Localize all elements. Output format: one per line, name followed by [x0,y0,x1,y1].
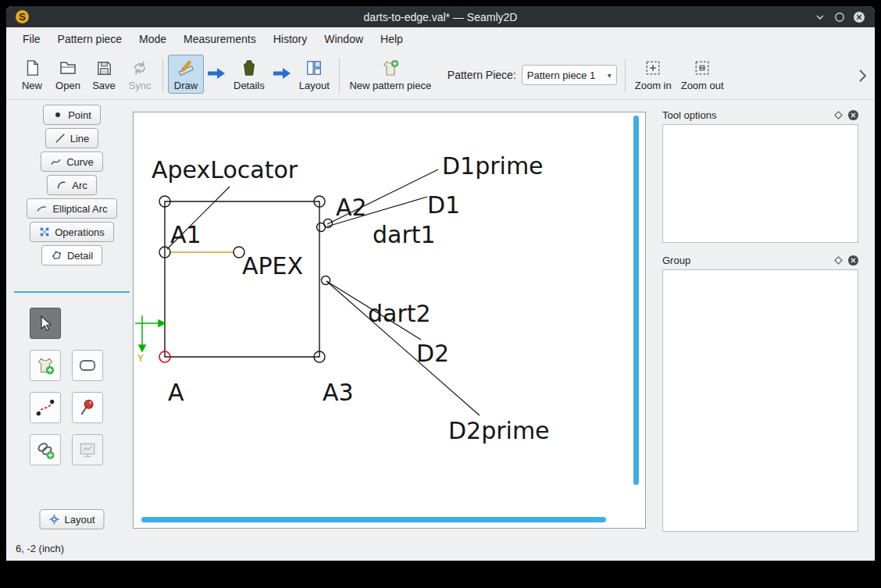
line-icon [55,133,66,144]
toolbar-overflow-button[interactable] [858,69,869,86]
main-toolbar: New Open Save Sync Draw Det [6,51,875,100]
toolbar-separator [162,59,163,93]
open-button[interactable]: Open [50,55,86,94]
close-panel-icon[interactable] [847,255,859,266]
open-folder-icon [59,59,77,77]
close-panel-icon[interactable] [847,109,859,121]
close-icon [853,11,865,23]
sidebar-tab-arc[interactable]: Arc [47,175,97,195]
workflow-arrow-icon [207,67,226,83]
axis-y-label: Y [137,353,144,364]
new-pattern-piece-icon [381,59,400,77]
group-header[interactable]: Group [656,251,865,269]
layout-grid-icon [305,59,323,77]
zoom-out-button[interactable]: Zoom out [676,55,729,94]
label-d1[interactable]: D1 [427,191,460,219]
layout-mode-button[interactable]: Layout [294,55,334,94]
menu-file[interactable]: File [14,30,49,48]
cursor-arrow-icon [36,314,55,333]
new-pattern-piece-button[interactable]: New pattern piece [344,55,437,94]
maximize-button[interactable] [833,11,846,23]
pin-tool[interactable] [72,392,103,423]
save-button[interactable]: Save [86,55,122,94]
export-pieces-tool [72,434,103,465]
menu-window[interactable]: Window [316,30,372,48]
pattern-drawing-svg[interactable]: Y ApexLocator D1prime A2 D1 dart1 A1 APE… [134,112,645,528]
new-document-icon [23,59,41,77]
menu-pattern-piece[interactable]: Pattern piece [49,30,131,48]
label-dart1[interactable]: dart1 [373,221,436,248]
insert-nodes-tool[interactable] [30,392,61,423]
window-controls [814,11,865,23]
menu-help[interactable]: Help [372,30,412,48]
tool-sidebar: Point Line Curve Arc Elliptical Arc Oper… [11,102,133,533]
maximize-circle-icon [834,12,845,23]
select-cursor-tool[interactable] [30,308,61,339]
sidebar-tab-detail[interactable]: Detail [41,245,102,265]
sidebar-tab-operations[interactable]: Operations [30,222,114,242]
tool-options-panel: Tool options [656,105,865,243]
sync-button: Sync [122,55,158,94]
menu-measurements[interactable]: Measurements [175,30,265,48]
label-a1[interactable]: A1 [170,221,202,248]
add-pattern-piece-icon [35,355,55,376]
new-button[interactable]: New [14,55,50,94]
sidebar-tab-curve[interactable]: Curve [41,151,103,172]
menu-history[interactable]: History [265,30,316,48]
zoom-out-icon [694,59,711,77]
label-a3[interactable]: A3 [323,379,354,406]
details-mode-button[interactable]: Details [229,55,269,94]
tool-options-content [662,124,858,243]
draw-mode-button[interactable]: Draw [168,55,204,94]
label-a[interactable]: A [168,379,184,406]
zoom-in-button[interactable]: Zoom in [630,55,676,94]
app-window: S darts-to-edge.val* — Seamly2D File Pat… [6,6,875,561]
tool-options-header[interactable]: Tool options [656,105,865,124]
pattern-piece-select[interactable]: Pattern piece 1 ▾ [522,65,617,85]
label-d1prime[interactable]: D1prime [442,152,544,180]
sync-icon [131,59,148,77]
cursor-position-readout: 6, -2 (inch) [16,543,64,554]
minimize-button[interactable] [814,11,826,23]
label-a2[interactable]: A2 [336,194,367,221]
sidebar-tab-layout[interactable]: Layout [39,509,104,529]
pushpin-icon [77,397,98,418]
point-icon [52,109,63,120]
label-d2prime[interactable]: D2prime [448,417,550,444]
detail-piece-icon [51,250,62,261]
elliptical-arc-icon [36,203,48,214]
vertical-scrollbar[interactable] [633,116,639,485]
titlebar[interactable]: S darts-to-edge.val* — Seamly2D [6,6,875,27]
menu-mode[interactable]: Mode [130,30,175,48]
pattern-piece-label: Pattern Piece: [448,69,516,81]
chevron-down-icon: ▾ [608,71,612,80]
close-button[interactable] [853,11,865,23]
new-detail-tool[interactable] [30,350,61,381]
menubar: File Pattern piece Mode Measurements His… [6,27,875,51]
statusbar: 6, -2 (inch) [6,536,875,561]
operations-icon [39,226,50,237]
draw-pencil-icon [177,59,195,77]
label-d2[interactable]: D2 [416,340,449,367]
float-panel-icon[interactable] [834,256,843,265]
layout-gear-icon [48,514,59,525]
toolbar-separator [625,59,626,93]
right-dock: Tool options Group [656,105,865,532]
float-panel-icon[interactable] [834,111,843,119]
union-tool[interactable] [30,434,61,465]
insert-nodes-icon [35,397,55,418]
screen-frame: S darts-to-edge.val* — Seamly2D File Pat… [0,0,881,588]
internal-path-tool[interactable] [72,350,103,381]
workflow-arrow-icon [273,67,291,83]
drawing-canvas[interactable]: Y ApexLocator D1prime A2 D1 dart1 A1 APE… [133,112,646,529]
sidebar-tab-elliptical-arc[interactable]: Elliptical Arc [27,198,116,219]
horizontal-scrollbar[interactable] [141,517,606,522]
seamly2d-logo-icon: S [16,10,29,23]
arc-icon [56,180,67,191]
label-apexlocator[interactable]: ApexLocator [152,156,298,184]
label-apex[interactable]: APEX [242,252,303,280]
sidebar-tab-point[interactable]: Point [43,105,101,125]
internal-path-icon [77,355,98,376]
label-dart2[interactable]: dart2 [368,300,431,327]
sidebar-tab-line[interactable]: Line [45,128,99,148]
